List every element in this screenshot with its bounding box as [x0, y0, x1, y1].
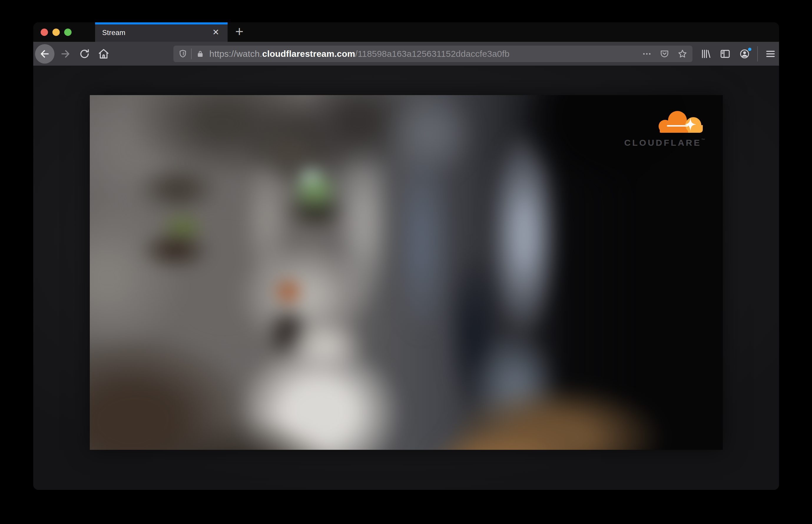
- video-art-blob: [402, 412, 598, 450]
- urlbar-separator: [191, 49, 192, 59]
- sidebar-icon: [719, 48, 731, 60]
- library-button[interactable]: [697, 45, 714, 62]
- reload-button[interactable]: [76, 46, 93, 62]
- cloudflare-wordmark: CLOUDFLARE™: [624, 138, 705, 148]
- hamburger-menu-icon: [765, 48, 776, 60]
- home-button[interactable]: [95, 46, 112, 62]
- close-window-button[interactable]: [40, 29, 48, 36]
- sidebar-toggle-button[interactable]: [717, 45, 734, 62]
- url-path: /118598a163a125631152ddaccfe3a0fb: [355, 49, 509, 59]
- toolbar-separator: [757, 46, 758, 62]
- home-icon: [97, 48, 110, 60]
- titlebar[interactable]: Stream ✕ +: [33, 22, 779, 42]
- video-frame-art: [90, 95, 723, 450]
- video-art-blob: [126, 224, 224, 276]
- window-controls: [40, 22, 71, 42]
- navigation-toolbar: https://watch.cloudflarestream.com/11859…: [33, 42, 779, 66]
- cloudflare-watermark: CLOUDFLARE™: [624, 110, 704, 148]
- forward-icon: [60, 48, 71, 60]
- toolbar-right: [697, 45, 779, 62]
- tab-title: Stream: [102, 22, 126, 43]
- account-notification-dot: [748, 47, 752, 51]
- back-button[interactable]: [35, 44, 54, 64]
- zoom-window-button[interactable]: [64, 29, 71, 36]
- new-tab-button[interactable]: +: [229, 22, 250, 42]
- pocket-icon[interactable]: [660, 49, 669, 59]
- video-player[interactable]: CLOUDFLARE™: [90, 95, 723, 450]
- reload-icon: [79, 48, 91, 60]
- account-button[interactable]: [736, 45, 753, 62]
- url-domain: cloudflarestream.com: [262, 49, 355, 59]
- address-bar[interactable]: https://watch.cloudflarestream.com/11859…: [174, 46, 693, 62]
- library-icon: [700, 48, 711, 60]
- cloudflare-cloud-logo-icon: [657, 110, 704, 134]
- url-scheme-subdomain: https://watch.: [209, 49, 262, 59]
- back-icon: [39, 48, 51, 60]
- bookmark-star-icon[interactable]: [677, 49, 688, 59]
- video-art-blob: [114, 397, 371, 450]
- forward-button[interactable]: [57, 46, 74, 62]
- url-text[interactable]: https://watch.cloudflarestream.com/11859…: [209, 49, 638, 59]
- tracking-protection-shield-icon[interactable]: [178, 49, 188, 59]
- menu-button[interactable]: [762, 45, 779, 62]
- trademark-mark: ™: [701, 138, 705, 142]
- minimize-window-button[interactable]: [52, 29, 60, 36]
- urlbar-actions: [642, 49, 688, 59]
- page-actions-icon[interactable]: [642, 49, 652, 59]
- tab-close-button[interactable]: ✕: [209, 22, 222, 42]
- tab-stream[interactable]: Stream ✕: [95, 22, 228, 42]
- browser-window: Stream ✕ +: [33, 22, 779, 490]
- lock-icon[interactable]: [196, 49, 205, 58]
- page-content: CLOUDFLARE™: [33, 66, 779, 490]
